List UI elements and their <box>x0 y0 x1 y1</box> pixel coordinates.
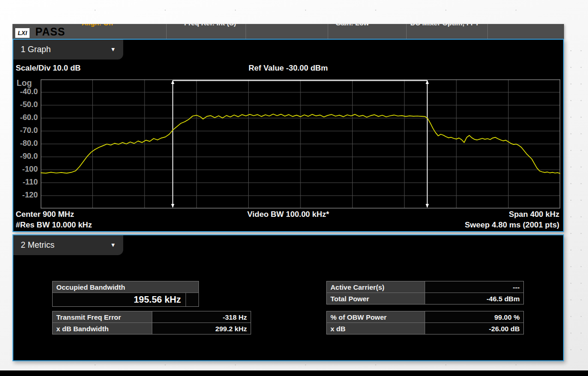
status-item-align: Align: Off <box>82 24 113 27</box>
xdb-bandwidth-label: x dB Bandwidth <box>53 323 152 334</box>
status-item-gain: Gain: Low <box>336 24 369 27</box>
status-item-freq-ref: Freq Ref: Int (S) <box>184 24 236 27</box>
table-row: x dB Bandwidth 299.2 kHz <box>53 322 251 334</box>
graph-window-tab-label: 1 Graph <box>21 45 51 54</box>
active-carriers-label: Active Carrier(s) <box>327 281 425 292</box>
status-item-mixer-optim: DC Mixer Optim; FFT <box>410 24 479 27</box>
y-tick-label: -70.0 <box>20 126 38 135</box>
graph-window-tab[interactable]: 1 Graph ▼ <box>13 40 123 60</box>
y-tick-label: -90.0 <box>20 152 38 161</box>
total-power-label: Total Power <box>327 293 425 304</box>
occupied-bandwidth-endcap <box>186 293 198 306</box>
occupied-bandwidth-label: Occupied Bandwidth <box>53 281 198 292</box>
y-axis-labels: -40.0-50.0-60.0-70.0-80.0-90.0-100-110-1… <box>13 79 39 209</box>
xdb-value: -26.00 dB <box>425 323 523 334</box>
xdb-label: x dB <box>327 323 425 334</box>
active-carriers-value: --- <box>425 281 523 292</box>
power-table: Active Carrier(s) --- Total Power -46.5 … <box>326 281 524 304</box>
obw-power-percent-label: % of OBW Power <box>327 311 425 322</box>
chevron-down-icon[interactable]: ▼ <box>110 40 116 60</box>
y-tick-label: -100 <box>22 165 38 174</box>
ref-value-label: Ref Value -30.00 dBm <box>13 64 563 73</box>
obw-power-percent-value: 99.00 % <box>425 311 523 322</box>
sweep-label: Sweep 4.80 ms (2001 pts) <box>465 221 559 230</box>
metrics-window-tab-label: 2 Metrics <box>21 240 54 250</box>
transmit-freq-error-label: Transmit Freq Error <box>53 311 152 322</box>
y-tick-label: -110 <box>23 178 38 187</box>
y-tick-label: -60.0 <box>20 113 38 122</box>
occupied-bandwidth-value: 195.56 kHz <box>53 293 186 306</box>
metrics-window: 2 Metrics ▼ Occupied Bandwidth 195.56 kH… <box>12 234 564 361</box>
table-row: Total Power -46.5 dBm <box>327 292 523 304</box>
pass-status-badge: PASS <box>30 26 70 38</box>
res-bw-label: #Res BW 10.000 kHz <box>16 221 92 230</box>
status-bar-divider <box>406 24 407 39</box>
y-tick-label: -80.0 <box>20 139 38 148</box>
chevron-down-icon[interactable]: ▼ <box>110 235 116 255</box>
occupied-bandwidth-table: Occupied Bandwidth 195.56 kHz <box>52 281 199 307</box>
table-row: Transmit Freq Error -318 Hz <box>53 311 251 322</box>
status-bar-divider <box>166 24 167 39</box>
obw-power-table: % of OBW Power 99.00 % x dB -26.00 dB <box>326 311 524 334</box>
bottom-black-bar <box>0 370 588 376</box>
table-row: x dB -26.00 dB <box>327 322 523 334</box>
span-label: Span 400 kHz <box>509 210 559 219</box>
status-bar-divider <box>487 24 488 39</box>
table-row: % of OBW Power 99.00 % <box>327 311 523 322</box>
background-dot-grid-bottom <box>60 363 568 367</box>
status-bar-divider <box>246 24 246 39</box>
transmit-freq-error-value: -318 Hz <box>152 311 251 322</box>
background-dot-grid-top <box>60 8 568 12</box>
y-tick-label: -50.0 <box>20 100 38 109</box>
xdb-bandwidth-value: 299.2 kHz <box>152 323 251 334</box>
status-bar: LXI PASS Align: Off Freq Ref: Int (S) Ga… <box>12 24 564 39</box>
y-tick-label: -120 <box>22 191 38 200</box>
lxi-logo: LXI <box>15 28 30 38</box>
table-row: 195.56 kHz <box>53 292 198 306</box>
spectrum-plot[interactable] <box>41 79 560 209</box>
total-power-value: -46.5 dBm <box>425 293 523 304</box>
freq-error-table: Transmit Freq Error -318 Hz x dB Bandwid… <box>52 311 251 334</box>
metrics-window-tab[interactable]: 2 Metrics ▼ <box>13 235 123 255</box>
table-row: Active Carrier(s) --- <box>327 281 523 292</box>
background-dot-grid-right <box>566 42 582 365</box>
graph-window: 1 Graph ▼ Scale/Div 10.0 dB Ref Value -3… <box>12 39 564 232</box>
video-bw-label: Video BW 100.00 kHz* <box>13 210 563 219</box>
y-tick-label: -40.0 <box>20 87 38 96</box>
status-bar-divider <box>328 24 328 39</box>
